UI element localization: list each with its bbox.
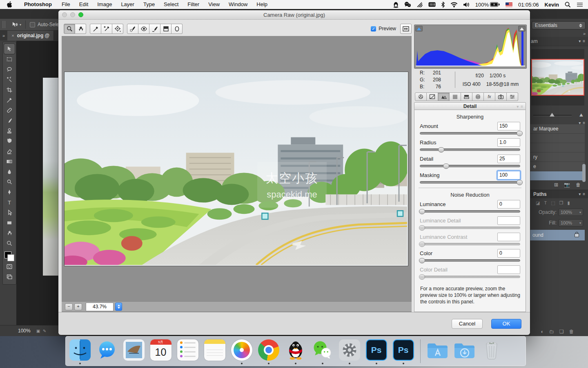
menu-file[interactable]: File [57, 0, 75, 9]
slider-track[interactable] [420, 241, 520, 247]
crop-tool[interactable] [4, 85, 15, 95]
slider-thumb[interactable] [517, 131, 523, 136]
history-state[interactable]: ry [530, 153, 585, 162]
marquee-tool[interactable] [4, 54, 15, 64]
blur-tool[interactable] [4, 166, 15, 177]
slider-value-field[interactable]: 1.0 [497, 138, 520, 147]
auto-select-checkbox[interactable] [30, 22, 35, 27]
red-eye-tool[interactable] [138, 24, 149, 34]
shape-tool[interactable] [4, 218, 15, 228]
history-scrollbar[interactable] [582, 164, 586, 182]
dock-calendar[interactable]: 5月10 [150, 339, 172, 365]
dock-notes[interactable] [204, 339, 225, 365]
slider-thumb[interactable] [419, 209, 425, 214]
new-document-from-state-icon[interactable]: ⊞ [554, 182, 558, 188]
spot-removal-tool[interactable] [127, 24, 138, 34]
dodge-tool[interactable] [4, 177, 15, 187]
menu-photoshop[interactable]: Photoshop [20, 0, 57, 9]
document-tab[interactable]: × original.jpg @ [7, 31, 54, 40]
tab-split-toning[interactable] [461, 92, 472, 101]
slider-value-field[interactable]: 150 [497, 122, 520, 130]
quick-mask-icon[interactable] [4, 261, 15, 272]
image-preview[interactable]: 太空小孩 spacekid.me [64, 72, 408, 266]
zoom-tool[interactable] [4, 238, 15, 248]
lasso-tool[interactable] [4, 64, 15, 74]
dock-settings[interactable] [339, 339, 360, 365]
lock-artboard-icon[interactable]: ❐ [559, 200, 564, 206]
menu-edit[interactable]: Edit [75, 0, 93, 9]
radial-filter-tool[interactable] [172, 24, 183, 34]
spotlight-icon[interactable] [565, 2, 571, 8]
dialog-titlebar[interactable]: Camera Raw (original.jpg) [58, 10, 530, 20]
history-brush-tool[interactable] [4, 136, 15, 146]
snapshot-camera-icon[interactable]: 📷 [564, 182, 570, 188]
navigator-thumbnail[interactable] [532, 60, 584, 95]
zoom-level-field[interactable] [86, 303, 114, 311]
slider-thumb[interactable] [443, 164, 449, 169]
shadow-clipping-button[interactable] [415, 26, 423, 31]
history-state[interactable]: e [530, 162, 585, 171]
lock-transparency-icon[interactable]: ◪ [536, 200, 540, 206]
delete-layer-trash-icon[interactable]: 🗑 [569, 329, 574, 334]
delete-state-trash-icon[interactable]: 🗑 [576, 182, 581, 188]
slider-value-field[interactable]: 0 [497, 249, 520, 258]
adjustment-brush-tool[interactable] [149, 24, 160, 34]
lock-all-icon[interactable]: ▮ [567, 200, 570, 206]
brush-tool[interactable] [4, 115, 15, 126]
slider-value-field[interactable]: 25 [497, 155, 520, 163]
zoom-tool[interactable] [64, 24, 75, 34]
background-color[interactable] [7, 254, 14, 261]
dock-photoshop-2[interactable]: Ps [392, 339, 414, 365]
preview-checkbox[interactable]: ✓ [371, 26, 376, 31]
background-layer-row[interactable]: ound [530, 230, 585, 240]
new-layer-icon[interactable]: ❏ [559, 329, 564, 334]
slider-track[interactable] [420, 180, 520, 185]
history-state[interactable] [530, 134, 585, 143]
dock-finder[interactable] [69, 339, 91, 365]
slider-value-field[interactable]: 0 [497, 200, 520, 209]
dock-reminders[interactable] [177, 339, 198, 365]
pen-tool[interactable] [4, 187, 15, 197]
highlight-clipping-button[interactable] [518, 26, 526, 31]
zoom-stepper[interactable] [115, 303, 122, 311]
panel-menu-icon[interactable] [579, 38, 586, 43]
tab-overflow-icon[interactable]: » [0, 33, 7, 38]
hand-tool[interactable] [4, 228, 15, 238]
magic-wand-tool[interactable] [4, 74, 15, 85]
slider-value-field[interactable] [497, 233, 520, 241]
slider-thumb[interactable] [517, 180, 523, 185]
tab-lens-corrections[interactable] [472, 92, 484, 101]
lock-position-icon[interactable]: ⬚ [551, 200, 555, 206]
lock-pixels-icon[interactable]: T [544, 200, 547, 205]
dock-photos[interactable] [231, 339, 252, 365]
menu-image[interactable]: Image [93, 0, 116, 9]
tab-presets[interactable] [507, 92, 518, 101]
dock-applications-folder[interactable] [427, 339, 448, 365]
hand-tool[interactable] [75, 24, 86, 34]
menu-filter[interactable]: Filter [183, 0, 204, 9]
history-state[interactable]: ar Marquee [530, 124, 585, 134]
ok-button[interactable]: OK [491, 319, 521, 329]
collapse-panels-icon[interactable]: » [583, 31, 586, 36]
tab-effects[interactable]: fx [484, 92, 495, 101]
dock-wechat[interactable] [312, 339, 333, 365]
status-zoom-level[interactable]: 100% [18, 328, 31, 334]
menu-layer[interactable]: Layer [116, 0, 139, 9]
wifi-menu-icon[interactable] [450, 2, 458, 7]
fullscreen-toggle-button[interactable] [400, 24, 412, 34]
volume-menu-icon[interactable] [463, 2, 470, 7]
slider-track[interactable] [420, 274, 520, 279]
move-tool-icon[interactable]: ▾ [11, 21, 21, 28]
qq-menu-icon[interactable] [393, 2, 399, 8]
slider-thumb[interactable] [419, 258, 425, 263]
color-sampler-tool[interactable] [101, 24, 112, 34]
healing-brush-tool[interactable] [4, 105, 15, 115]
history-state[interactable] [530, 143, 585, 153]
menu-view[interactable]: View [204, 0, 224, 9]
zoom-in-button[interactable]: + [74, 303, 82, 310]
slider-value-field[interactable] [497, 216, 520, 225]
type-tool[interactable]: T [4, 197, 15, 207]
menu-window[interactable]: Window [224, 0, 252, 9]
screen-mode-icon[interactable] [4, 272, 15, 282]
dock-trash[interactable] [481, 339, 502, 365]
